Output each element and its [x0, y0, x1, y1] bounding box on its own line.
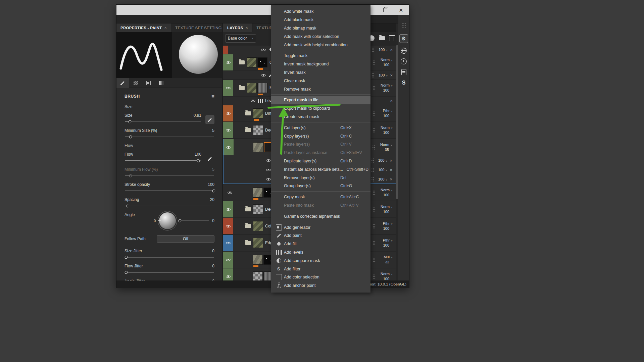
visibility-eye-icon[interactable]	[226, 207, 231, 212]
visibility-eye-icon[interactable]	[226, 60, 231, 65]
slider-handle[interactable]	[197, 159, 200, 162]
context-menu-item[interactable]: Gamma corrected alpha/mask	[271, 212, 370, 220]
delete-layer-button[interactable]	[390, 35, 394, 41]
blend-mode-dropdown[interactable]: Mul	[384, 255, 393, 259]
visibility-eye-icon[interactable]	[226, 127, 231, 133]
pattern-tool-tab[interactable]	[129, 78, 142, 88]
context-menu-item[interactable]: Group layer(s) Ctrl+G	[271, 182, 370, 190]
opacity-value[interactable]: 100	[383, 210, 389, 214]
layer-thumbnail[interactable]	[253, 204, 263, 214]
visibility-eye-icon[interactable]	[250, 98, 256, 103]
visibility-eye-icon[interactable]	[266, 176, 271, 182]
opacity-value[interactable]: 100	[383, 277, 389, 280]
context-menu-item[interactable]: Add bitmap mask	[271, 24, 370, 33]
drag-handle-dots[interactable]	[372, 145, 375, 150]
opacity-value[interactable]: 100	[383, 244, 389, 247]
angle-slider-track[interactable]	[179, 220, 209, 221]
context-menu-item[interactable]: Create smart mask	[271, 113, 370, 121]
drag-handle-dots[interactable]	[373, 207, 376, 212]
visibility-eye-icon[interactable]	[226, 223, 231, 229]
follow-path-toggle[interactable]: Off	[157, 235, 214, 243]
brush-tool-tab[interactable]	[116, 78, 129, 88]
slider-handle[interactable]	[212, 190, 215, 193]
layer-thumbnail[interactable]	[253, 188, 263, 198]
layer-thumbnail[interactable]	[253, 221, 263, 231]
opacity-value[interactable]: 100	[383, 89, 389, 92]
context-menu-item[interactable]: Copy layer(s) Ctrl+C	[271, 132, 370, 140]
angle-slider-handle[interactable]	[179, 219, 182, 222]
history-button[interactable]	[401, 58, 407, 64]
opacity-value[interactable]: 35	[385, 148, 389, 152]
visibility-eye-icon[interactable]	[226, 274, 231, 279]
mask-opacity-dropdown[interactable]: 100	[379, 48, 388, 52]
remove-effect-button[interactable]: ×	[390, 177, 392, 182]
context-menu-item[interactable]: Add anchor point	[271, 281, 370, 290]
tab-properties-paint[interactable]: PROPERTIES - PAINT ×	[116, 23, 171, 32]
slider-handle[interactable]	[125, 271, 128, 274]
dock-grip-handle[interactable]	[401, 23, 406, 30]
layer-thumbnail[interactable]	[253, 125, 263, 135]
size-pressure-button[interactable]	[205, 115, 214, 124]
visibility-eye-icon[interactable]	[226, 145, 231, 150]
slider-track[interactable]	[125, 191, 214, 191]
remove-effect-button[interactable]: ×	[390, 168, 392, 172]
restore-window-button[interactable]	[383, 8, 388, 12]
drag-handle-dots[interactable]	[373, 241, 376, 246]
slider-track[interactable]	[125, 257, 214, 258]
remove-effect-button[interactable]: ×	[390, 73, 393, 77]
visibility-eye-icon[interactable]	[226, 111, 231, 116]
environment-settings-button[interactable]	[401, 48, 407, 54]
slider-handle[interactable]	[128, 120, 131, 123]
context-menu-item[interactable]: Clear mask	[271, 76, 370, 85]
slider-handle[interactable]	[129, 136, 132, 139]
slider-track[interactable]	[125, 160, 201, 161]
remove-effect-button[interactable]: ×	[390, 48, 393, 52]
tab-texture[interactable]: TEXTURE	[252, 23, 273, 32]
context-menu-item[interactable]: Paste into mask Ctrl+Alt+V	[271, 201, 370, 210]
opacity-value[interactable]: 100	[383, 114, 389, 118]
mask-opacity-dropdown[interactable]: 100	[378, 158, 387, 162]
tab-layers[interactable]: LAYERS ×	[223, 23, 252, 32]
visibility-eye-icon[interactable]	[261, 47, 266, 52]
close-tab-icon[interactable]: ×	[245, 25, 248, 30]
context-menu-item[interactable]: Paste layer(s) Ctrl+V	[271, 140, 370, 149]
drag-handle-dots[interactable]	[371, 167, 374, 172]
context-menu-item[interactable]: Export mask to file	[271, 96, 370, 104]
context-menu-item[interactable]: Add color selection	[271, 273, 370, 281]
mask-thumbnail[interactable]	[257, 57, 267, 67]
slider-handle[interactable]	[126, 205, 129, 208]
context-menu-item[interactable]	[271, 191, 370, 192]
mask-opacity-dropdown[interactable]: 100	[378, 177, 387, 181]
drag-handle-dots[interactable]	[373, 128, 376, 133]
context-menu-item[interactable]: Instantiate across texture sets... Ctrl+…	[271, 165, 370, 173]
context-menu-item[interactable]	[271, 222, 370, 222]
visibility-eye-icon[interactable]	[226, 85, 231, 91]
preset-menu-icon[interactable]: ≡	[211, 93, 214, 99]
channel-dropdown[interactable]: Base color ∨	[225, 34, 256, 43]
drag-handle-dots[interactable]	[373, 190, 376, 195]
mask-thumbnail[interactable]	[257, 83, 267, 93]
opacity-value[interactable]: 100	[383, 193, 389, 197]
gradient-tool-tab[interactable]	[155, 78, 167, 88]
log-button[interactable]	[401, 69, 406, 75]
scrollbar-thumb[interactable]	[396, 45, 398, 199]
drag-handle-dots[interactable]	[373, 86, 376, 91]
drag-handle-dots[interactable]	[371, 73, 375, 78]
layer-thumbnail[interactable]	[253, 108, 263, 118]
blend-mode-dropdown[interactable]: Norm	[381, 84, 393, 87]
layers-scrollbar[interactable]	[396, 23, 398, 280]
context-menu-item[interactable]: Add white mask	[271, 7, 370, 16]
drag-handle-dots[interactable]	[373, 257, 376, 262]
context-menu-item[interactable]: Copy mask Ctrl+Alt+C	[271, 193, 370, 201]
stencil-tool-tab[interactable]	[142, 78, 155, 88]
blend-mode-dropdown[interactable]: Norm	[381, 205, 393, 209]
blend-mode-dropdown[interactable]: Norm	[381, 126, 393, 130]
drag-handle-dots[interactable]	[371, 47, 375, 52]
slider-track[interactable]	[125, 206, 214, 206]
visibility-eye-icon[interactable]	[226, 257, 231, 262]
drag-handle-dots[interactable]	[371, 177, 374, 182]
blend-mode-dropdown[interactable]: Norm	[381, 272, 393, 276]
visibility-eye-icon[interactable]	[266, 158, 271, 163]
close-tab-icon[interactable]: ×	[164, 25, 167, 30]
display-settings-button[interactable]: ⚙	[399, 34, 408, 43]
